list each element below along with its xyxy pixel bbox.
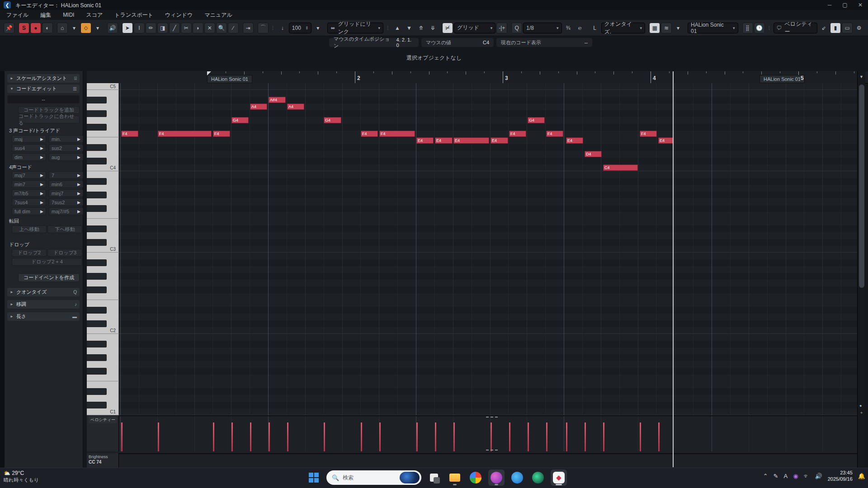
midi-note[interactable]: A4 (287, 103, 304, 110)
vertical-scrollbar[interactable]: ▼ ● ＋ (857, 71, 865, 468)
velocity-bar[interactable] (546, 422, 547, 451)
menu-item-4[interactable]: トランスポート (114, 11, 153, 19)
inversion-button-0[interactable]: 上へ移動 (12, 225, 47, 233)
menu-item-5[interactable]: ウィンドウ (165, 11, 193, 19)
curve-display-button[interactable]: ⌒ (258, 23, 269, 33)
search-pill[interactable]: 🔍検索 (326, 470, 421, 485)
create-chord-event-button[interactable]: コードイベントを作成 (18, 273, 80, 282)
menu-item-0[interactable]: ファイル (6, 11, 28, 19)
trim-tool[interactable]: ╱ (169, 23, 180, 33)
velocity-bar[interactable] (416, 422, 418, 451)
part-list-dropdown[interactable]: ▾ (673, 23, 684, 33)
note-grid[interactable]: F4F4F4G4A4A#4A4G4F4F4E4E4E4E4F4G4F4E4D4C… (119, 83, 857, 415)
midi-input-button[interactable]: 🕒 (754, 23, 765, 33)
cc-lane[interactable] (119, 453, 857, 468)
swing-button[interactable]: ¾ (563, 23, 574, 33)
midi-note[interactable]: F4 (121, 131, 138, 137)
acoustic-feedback-button[interactable]: ◐ (42, 23, 53, 33)
zoom-tool[interactable]: 🔍 (216, 23, 227, 33)
chord-button-triad-sus4[interactable]: sus4▶ (12, 144, 46, 152)
active-purple-app-button[interactable] (488, 469, 505, 486)
black-key[interactable] (87, 144, 107, 151)
task-view-button[interactable] (426, 469, 442, 486)
black-key[interactable] (87, 368, 107, 375)
move-up-octave-button[interactable]: ⤊ (415, 23, 426, 33)
auto-scroll-button[interactable]: ⇥ (243, 23, 254, 33)
section-chord-edit[interactable]: ▼ コードエディット ☰ (7, 84, 80, 93)
black-key[interactable] (87, 286, 107, 293)
scroll-up-icon[interactable]: ▼ (859, 75, 863, 79)
cubase-taskbar-button[interactable]: ◆ (551, 469, 567, 486)
chord-button-triad-aug[interactable]: aug▶ (49, 153, 83, 161)
velocity-bar[interactable] (361, 422, 362, 451)
velocity-smart-control-bottom[interactable] (486, 450, 498, 450)
tray-ime-icon[interactable]: A (783, 473, 788, 479)
length-quantize-dropdown[interactable]: クオンタイズ.▾ (601, 23, 646, 33)
section-scale-assistant[interactable]: ► スケールアシスタント ⌸ (7, 74, 80, 83)
midi-note[interactable]: F4 (640, 131, 657, 137)
velocity-bar[interactable] (435, 422, 436, 451)
scrollbar-thumb[interactable] (859, 84, 864, 288)
black-key[interactable] (87, 239, 107, 246)
velocity-bar[interactable] (528, 422, 529, 451)
black-key[interactable] (87, 354, 107, 361)
piano-keyboard[interactable]: C5C4C3C2C1 (87, 83, 119, 415)
black-key[interactable] (87, 178, 107, 185)
zoom-dot-icon[interactable]: ● (859, 404, 862, 408)
indicate-transpositions-button[interactable]: ⬦ (80, 23, 91, 33)
wifi-icon[interactable]: ᯤ (803, 473, 809, 479)
part-end-marker[interactable]: HALion Sonic 01 (760, 75, 805, 83)
menu-item-6[interactable]: マニュアル (204, 11, 232, 19)
black-key[interactable] (87, 402, 107, 408)
velocity-bar[interactable] (453, 422, 455, 451)
velocity-bar[interactable] (231, 422, 233, 451)
split-tool[interactable]: ✂ (181, 23, 192, 33)
erase-tool[interactable]: ◨ (157, 23, 168, 33)
velocity-bar[interactable] (250, 422, 251, 451)
chord-button-triad-min.[interactable]: min.▶ (49, 135, 83, 143)
snap-type-dropdown[interactable]: グリッド▾ (454, 23, 495, 33)
edge-button[interactable] (509, 469, 525, 486)
inversion-button-1[interactable]: 下へ移動 (47, 225, 82, 233)
minimize-button[interactable]: ─ (822, 0, 837, 10)
black-key[interactable] (87, 388, 107, 395)
quantize-preset-dropdown[interactable]: 1/8▾ (523, 23, 561, 33)
menu-item-2[interactable]: MIDI (63, 12, 74, 18)
black-key[interactable] (87, 110, 107, 117)
move-down-button[interactable]: ▼ (404, 23, 415, 33)
velocity-bar[interactable] (121, 422, 123, 451)
record-in-editor-button[interactable]: ● (30, 23, 41, 33)
velocity-bar[interactable] (509, 422, 510, 451)
chord-button-triad-maj[interactable]: maj▶ (12, 135, 46, 143)
midi-note[interactable]: E4 (416, 137, 434, 144)
solo-button[interactable]: S (19, 23, 29, 33)
chord-button-tetrad-maj7/#5[interactable]: maj7/#5▶ (49, 207, 83, 215)
black-key[interactable] (87, 273, 107, 280)
insert-velocity-dropdown[interactable]: ▾ (312, 23, 323, 33)
mute-tool[interactable]: ✕ (204, 23, 215, 33)
chord-button-triad-sus2[interactable]: sus2▶ (49, 144, 83, 152)
velocity-bar[interactable] (585, 422, 586, 451)
black-key[interactable] (87, 225, 107, 232)
midi-note[interactable]: F4 (379, 131, 415, 137)
volume-icon[interactable]: 🔊 (815, 473, 822, 479)
black-key[interactable] (87, 320, 107, 327)
black-key[interactable] (87, 124, 107, 131)
show-left-zone-button[interactable]: ▮ (830, 23, 841, 33)
velocity-bar[interactable] (213, 422, 214, 451)
taskbar-weather-widget[interactable]: ⛅ 29°C 晴れ時々くもり (4, 470, 39, 483)
midi-note[interactable]: E4 (453, 137, 489, 144)
timeline-ruler[interactable]: 2345HALion Sonic 01HALion Sonic 015 (206, 71, 868, 84)
move-down-octave-button[interactable]: ⤋ (427, 23, 438, 33)
drop-2-4-button[interactable]: ドロップ2 + 4 (12, 258, 82, 266)
midi-note[interactable]: F4 (546, 131, 563, 137)
tray-chevron-icon[interactable]: ⌃ (763, 473, 768, 479)
midi-note[interactable]: G4 (528, 117, 545, 123)
length-link-grid-dropdown[interactable]: ⬌グリッドにリンク▾ (327, 23, 383, 33)
section-クオンタイズ[interactable]: ►クオンタイズQ (7, 288, 80, 296)
velocity-lane[interactable] (119, 415, 857, 451)
drop-button-0[interactable]: ドロップ2 (12, 249, 47, 257)
section-移調[interactable]: ►移調♪ (7, 300, 80, 309)
midi-note[interactable]: G4 (231, 117, 249, 123)
chord-button-tetrad-7sus4[interactable]: 7sus4▶ (12, 198, 46, 206)
